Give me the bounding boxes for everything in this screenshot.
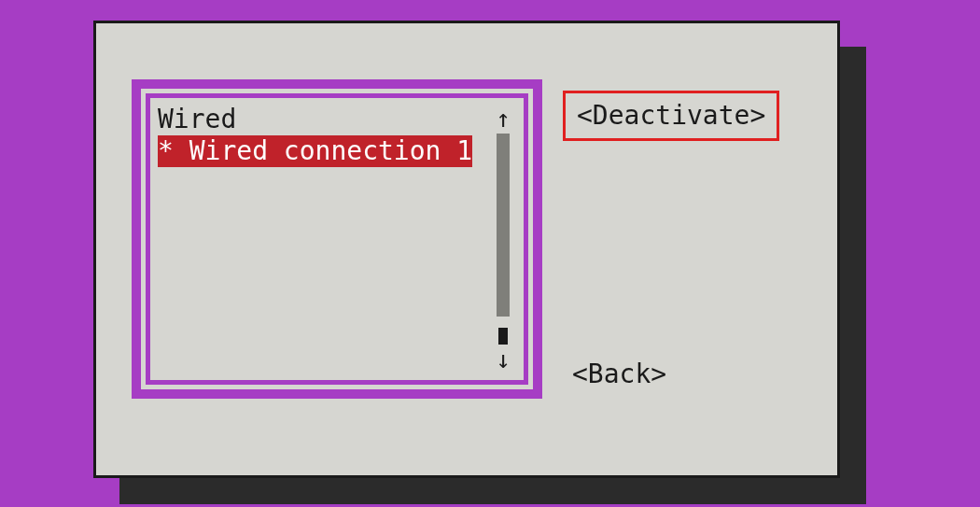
back-button[interactable]: <Back> xyxy=(561,352,678,397)
connection-item-label: * Wired connection 1 xyxy=(158,135,472,167)
connection-list[interactable]: Wired * Wired connection 1 ↑ xyxy=(150,98,524,380)
scroll-end-marker xyxy=(498,328,508,345)
scroll-track[interactable] xyxy=(497,134,510,345)
connection-list-item[interactable]: * Wired connection 1 xyxy=(158,135,483,167)
connection-list-content: Wired * Wired connection 1 xyxy=(158,104,483,167)
scroll-thumb[interactable] xyxy=(497,134,510,317)
connection-list-frame: Wired * Wired connection 1 ↑ xyxy=(132,79,542,399)
nmtui-dialog: Wired * Wired connection 1 ↑ xyxy=(93,21,840,478)
connection-list-frame-inner: Wired * Wired connection 1 ↑ xyxy=(146,93,528,385)
scroll-up-icon[interactable]: ↑ xyxy=(496,104,511,134)
deactivate-button[interactable]: <Deactivate> xyxy=(563,91,779,141)
dialog-content: Wired * Wired connection 1 ↑ xyxy=(96,23,837,475)
connection-list-frame-mid: Wired * Wired connection 1 ↑ xyxy=(141,89,533,389)
scrollbar[interactable]: ↑ ↓ xyxy=(490,104,516,374)
scroll-gap xyxy=(497,317,510,328)
connection-list-header: Wired xyxy=(158,104,483,135)
scroll-down-icon[interactable]: ↓ xyxy=(496,345,511,374)
